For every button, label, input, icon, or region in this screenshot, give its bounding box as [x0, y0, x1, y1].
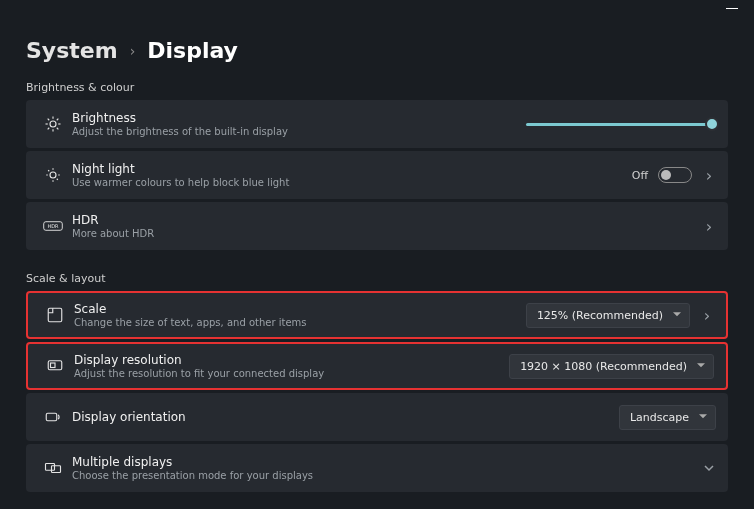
orientation-row[interactable]: Display orientation Landscape	[26, 393, 728, 441]
resolution-row[interactable]: Display resolution Adjust the resolution…	[26, 342, 728, 390]
section-brightness-colour: Brightness & colour	[0, 77, 754, 100]
svg-line-14	[48, 170, 49, 171]
night-light-title: Night light	[72, 162, 632, 176]
scale-desc: Change the size of text, apps, and other…	[74, 317, 526, 328]
breadcrumb-current: Display	[147, 38, 238, 63]
section-scale-layout: Scale & layout	[0, 268, 754, 291]
sun-icon	[38, 115, 68, 133]
svg-text:HDR: HDR	[47, 223, 59, 229]
night-light-desc: Use warmer colours to help block blue li…	[72, 177, 632, 188]
hdr-icon: HDR	[38, 220, 68, 232]
multiple-displays-row[interactable]: Multiple displays Choose the presentatio…	[26, 444, 728, 492]
svg-rect-22	[46, 464, 55, 471]
brightness-row[interactable]: Brightness Adjust the brightness of the …	[26, 100, 728, 148]
brightness-title: Brightness	[72, 111, 526, 125]
chevron-right-icon: ›	[702, 217, 716, 236]
multiple-displays-title: Multiple displays	[72, 455, 702, 469]
svg-point-0	[50, 121, 56, 127]
orientation-title: Display orientation	[72, 410, 619, 424]
svg-rect-20	[51, 363, 56, 368]
brightness-desc: Adjust the brightness of the built-in di…	[72, 126, 526, 137]
hdr-desc: More about HDR	[72, 228, 702, 239]
multiple-displays-icon	[38, 459, 68, 477]
chevron-down-icon	[702, 462, 716, 474]
hdr-row[interactable]: HDR HDR More about HDR ›	[26, 202, 728, 250]
night-light-icon	[38, 166, 68, 184]
svg-rect-23	[52, 466, 61, 473]
svg-rect-18	[48, 308, 62, 322]
svg-line-15	[57, 179, 58, 180]
svg-rect-21	[46, 413, 57, 421]
orientation-dropdown[interactable]: Landscape	[619, 405, 716, 430]
scale-row[interactable]: Scale Change the size of text, apps, and…	[26, 291, 728, 339]
svg-point-9	[50, 172, 56, 178]
svg-line-5	[48, 119, 50, 121]
scale-icon	[40, 306, 70, 324]
svg-line-8	[57, 119, 59, 121]
resolution-desc: Adjust the resolution to fit your connec…	[74, 368, 509, 379]
night-light-toggle[interactable]	[658, 167, 692, 183]
svg-line-6	[57, 128, 59, 130]
chevron-right-icon: ›	[702, 166, 716, 185]
night-light-row[interactable]: Night light Use warmer colours to help b…	[26, 151, 728, 199]
breadcrumb-root[interactable]: System	[26, 38, 118, 63]
svg-line-7	[48, 128, 50, 130]
chevron-right-icon: ›	[700, 306, 714, 325]
multiple-displays-desc: Choose the presentation mode for your di…	[72, 470, 702, 481]
orientation-icon	[38, 408, 68, 426]
breadcrumb: System › Display	[0, 14, 754, 77]
brightness-slider[interactable]	[526, 123, 716, 126]
chevron-right-icon: ›	[130, 43, 136, 59]
night-light-toggle-label: Off	[632, 169, 648, 182]
scale-dropdown[interactable]: 125% (Recommended)	[526, 303, 690, 328]
resolution-title: Display resolution	[74, 353, 509, 367]
hdr-title: HDR	[72, 213, 702, 227]
resolution-dropdown[interactable]: 1920 × 1080 (Recommended)	[509, 354, 714, 379]
scale-title: Scale	[74, 302, 526, 316]
resolution-icon	[40, 357, 70, 375]
minimize-button[interactable]	[726, 8, 738, 9]
